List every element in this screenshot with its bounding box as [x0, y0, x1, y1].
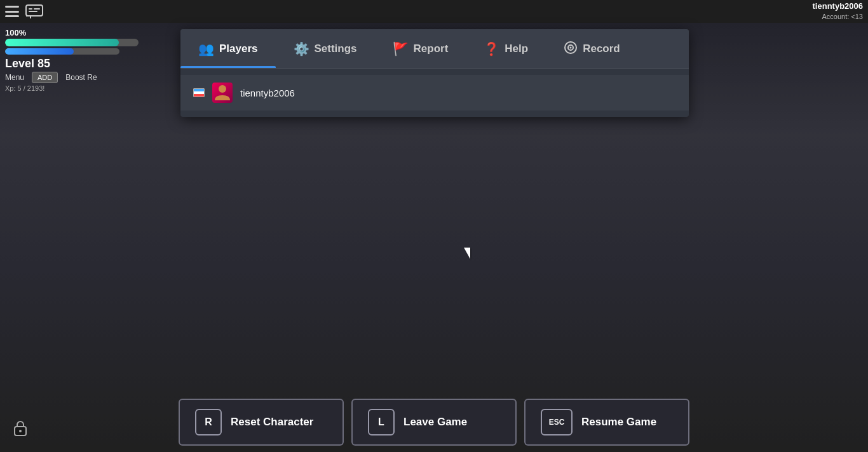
- menu-add-row: Menu ADD Boost Re: [5, 72, 139, 83]
- leave-key-badge: L: [368, 409, 395, 435]
- tab-report[interactable]: 🚩 Report: [375, 29, 466, 68]
- xp-bar: [5, 39, 139, 46]
- tab-players-label: Players: [219, 43, 258, 55]
- svg-point-5: [19, 430, 22, 432]
- reset-key-badge: R: [195, 409, 222, 435]
- resume-game-label: Resume Game: [581, 416, 656, 429]
- settings-icon: ⚙️: [294, 43, 309, 55]
- leave-game-button[interactable]: L Leave Game: [351, 399, 517, 446]
- boost-bar: [5, 48, 119, 55]
- player-flag-icon: [193, 88, 205, 97]
- tab-record-label: Record: [583, 43, 620, 55]
- xp-label: Xp: 5 / 2193!: [5, 84, 139, 92]
- user-info: tienntyb2006 Account: <13: [813, 1, 863, 21]
- player-name: tienntyb2006: [240, 88, 295, 98]
- tab-help[interactable]: ❓ Help: [466, 29, 546, 68]
- add-button[interactable]: ADD: [32, 72, 58, 83]
- svg-point-9: [219, 85, 226, 93]
- player-row[interactable]: tienntyb2006: [180, 75, 689, 110]
- resume-key-badge: ESC: [541, 409, 573, 435]
- xp-bar-fill: [5, 39, 119, 46]
- leave-game-label: Leave Game: [403, 416, 467, 429]
- boost-bar-fill: [5, 48, 74, 55]
- resume-game-button[interactable]: ESC Resume Game: [524, 399, 689, 446]
- boost-label: Boost Re: [65, 73, 97, 82]
- tabs-row: 👥 Players ⚙️ Settings 🚩 Report ❓ Help Re…: [180, 29, 689, 69]
- record-icon: [564, 41, 578, 56]
- tab-record[interactable]: Record: [546, 29, 638, 68]
- menu-label: Menu: [5, 73, 24, 82]
- reset-character-label: Reset Character: [231, 416, 313, 429]
- reset-character-button[interactable]: R Reset Character: [179, 399, 344, 446]
- tab-help-label: Help: [505, 43, 528, 55]
- player-avatar: [212, 83, 233, 103]
- top-bar-left: [5, 4, 43, 18]
- account-info: Account: <13: [813, 12, 863, 21]
- tab-settings-label: Settings: [315, 43, 357, 55]
- report-icon: 🚩: [393, 43, 409, 55]
- tab-players[interactable]: 👥 Players: [180, 29, 276, 68]
- chat-icon[interactable]: [25, 4, 43, 18]
- help-icon: ❓: [484, 43, 499, 55]
- svg-rect-0: [26, 5, 43, 16]
- level-label: Level 85: [5, 57, 139, 70]
- svg-rect-1: [29, 8, 32, 10]
- menu-panel: 👥 Players ⚙️ Settings 🚩 Report ❓ Help Re…: [180, 29, 689, 117]
- svg-rect-2: [34, 8, 40, 10]
- hamburger-icon[interactable]: [5, 6, 19, 17]
- bottom-buttons: R Reset Character L Leave Game ESC Resum…: [179, 399, 689, 446]
- percent-label: 100%: [5, 28, 139, 37]
- players-icon: 👥: [198, 43, 214, 55]
- tab-report-label: Report: [414, 43, 449, 55]
- svg-point-8: [570, 47, 572, 49]
- username-display: tienntyb2006: [813, 1, 863, 12]
- svg-rect-3: [29, 11, 37, 12]
- players-content: tienntyb2006: [180, 69, 689, 117]
- tab-settings[interactable]: ⚙️ Settings: [276, 29, 375, 68]
- lock-icon[interactable]: [13, 419, 28, 439]
- top-bar: tienntyb2006 Account: <13: [0, 0, 868, 23]
- mouse-cursor: [464, 248, 470, 259]
- hud-left: 100% Level 85 Menu ADD Boost Re Xp: 5 / …: [5, 28, 139, 92]
